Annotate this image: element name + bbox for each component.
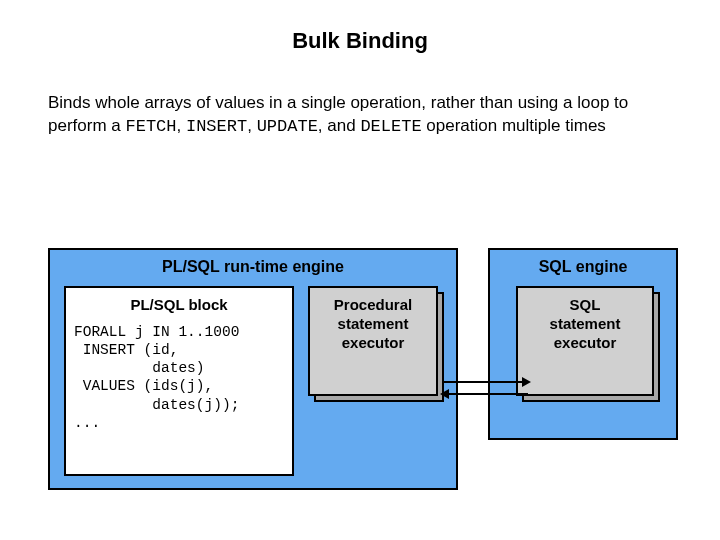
plsql-block-title: PL/SQL block (74, 296, 284, 323)
sql-executor-box: SQL statement executor (516, 286, 654, 396)
exec-line: executor (518, 334, 652, 353)
exec-line: Procedural (310, 296, 436, 315)
keyword-delete: DELETE (360, 117, 421, 136)
plsql-code-block: PL/SQL block FORALL j IN 1..1000 INSERT … (64, 286, 294, 476)
description-text: Binds whole arrays of values in a single… (0, 54, 720, 139)
page-title: Bulk Binding (0, 0, 720, 54)
exec-line: statement (518, 315, 652, 334)
plsql-engine-box: PL/SQL run-time engine PL/SQL block FORA… (48, 248, 458, 490)
desc-part: operation multiple times (422, 116, 606, 135)
arrow-left-icon (448, 393, 528, 395)
procedural-executor-label: Procedural statement executor (308, 286, 438, 396)
plsql-code: FORALL j IN 1..1000 INSERT (id, dates) V… (74, 323, 284, 432)
keyword-fetch: FETCH (125, 117, 176, 136)
desc-part: , (177, 116, 186, 135)
exec-line: SQL (518, 296, 652, 315)
keyword-update: UPDATE (257, 117, 318, 136)
bidirectional-arrows (443, 378, 533, 408)
desc-part: , (247, 116, 256, 135)
plsql-engine-title: PL/SQL run-time engine (50, 250, 456, 282)
exec-line: executor (310, 334, 436, 353)
desc-part: , and (318, 116, 361, 135)
sql-executor-label: SQL statement executor (516, 286, 654, 396)
procedural-executor-box: Procedural statement executor (308, 286, 438, 396)
keyword-insert: INSERT (186, 117, 247, 136)
sql-engine-box: SQL engine SQL statement executor (488, 248, 678, 440)
sql-engine-title: SQL engine (490, 250, 676, 282)
arrow-right-icon (443, 381, 523, 383)
exec-line: statement (310, 315, 436, 334)
